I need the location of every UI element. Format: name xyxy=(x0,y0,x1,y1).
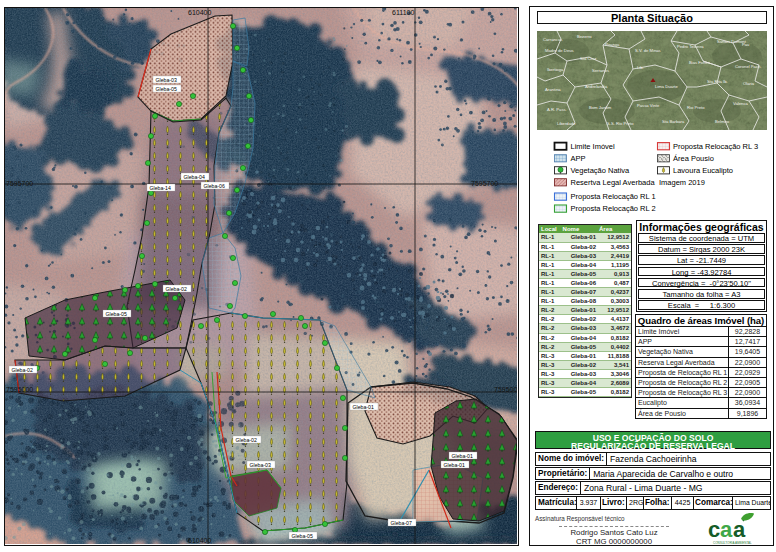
svg-text:Gleba-06: Gleba-06 xyxy=(204,183,225,189)
svg-text:CONSULTORIA AMBIENTAL: CONSULTORIA AMBIENTAL xyxy=(713,541,752,545)
svg-text:Gleba-01: Gleba-01 xyxy=(353,404,374,410)
svg-text:Sta Cruz: Sta Cruz xyxy=(580,56,596,61)
svg-text:Gleba-01: Gleba-01 xyxy=(444,462,465,468)
svg-text:Pau: Pau xyxy=(742,42,750,47)
svg-text:Pedro Teixeira: Pedro Teixeira xyxy=(677,44,704,49)
svg-text:S.S. Rio Preto: S.S. Rio Preto xyxy=(607,121,634,126)
svg-text:Sta Rita Ib.: Sta Rita Ib. xyxy=(707,79,728,84)
svg-text:Gleba-03: Gleba-03 xyxy=(156,77,177,83)
svg-text:Gleba-05: Gleba-05 xyxy=(292,533,313,539)
svg-text:Gleba-05: Gleba-05 xyxy=(106,311,127,317)
svg-text:7595000: 7595000 xyxy=(494,386,517,393)
svg-text:Lib.: Lib. xyxy=(637,65,644,70)
svg-text:Gleba-02: Gleba-02 xyxy=(12,367,33,373)
svg-text:Gleba-01: Gleba-01 xyxy=(452,453,473,459)
svg-text:610400: 610400 xyxy=(188,537,211,544)
svg-text:Andrelandia: Andrelandia xyxy=(585,84,608,89)
svg-text:Passa Vinte: Passa Vinte xyxy=(637,103,660,108)
svg-text:Gleba-02: Gleba-02 xyxy=(166,286,187,292)
svg-text:c: c xyxy=(708,517,720,542)
svg-text:Bezerro: Bezerro xyxy=(577,34,592,39)
svg-text:Arantina: Arantina xyxy=(545,87,561,92)
svg-text:Coronel Pach.: Coronel Pach. xyxy=(735,64,762,69)
svg-text:7595700: 7595700 xyxy=(471,180,498,187)
svg-text:Belmiro: Belmiro xyxy=(715,119,730,124)
svg-text:A.R. Pass.: A.R. Pass. xyxy=(547,107,567,112)
svg-text:Bias Fortes: Bias Fortes xyxy=(689,60,710,65)
svg-text:Gleba-03: Gleba-03 xyxy=(250,462,271,468)
svg-text:610400: 610400 xyxy=(188,9,211,16)
svg-text:Gleba-05: Gleba-05 xyxy=(156,86,177,92)
svg-text:7595700: 7595700 xyxy=(6,180,33,187)
svg-text:Serranos: Serranos xyxy=(592,68,609,73)
svg-text:Ibertioga: Ibertioga xyxy=(547,67,564,72)
svg-text:Sta Barbara: Sta Barbara xyxy=(662,119,685,124)
svg-text:Carrancas: Carrancas xyxy=(543,37,562,42)
svg-text:Gleba-14: Gleba-14 xyxy=(150,185,171,191)
svg-text:7595000: 7595000 xyxy=(6,386,33,393)
svg-text:Liberdade: Liberdade xyxy=(557,121,576,126)
svg-text:a: a xyxy=(720,517,733,542)
svg-text:a: a xyxy=(733,517,746,542)
svg-text:Gleba-02: Gleba-02 xyxy=(236,437,257,443)
svg-text:S.V. de Minas: S.V. de Minas xyxy=(635,48,661,53)
svg-text:Lima Duarte: Lima Duarte xyxy=(655,84,678,89)
svg-text:Bom Jardim: Bom Jardim xyxy=(589,105,612,110)
svg-text:Valenca: Valenca xyxy=(733,101,748,106)
svg-text:Madre de Deus: Madre de Deus xyxy=(545,48,574,53)
svg-text:Piranga: Piranga xyxy=(605,42,620,47)
svg-text:611100: 611100 xyxy=(392,9,414,16)
svg-text:Gleba-04: Gleba-04 xyxy=(184,174,205,180)
svg-text:Gleba-07: Gleba-07 xyxy=(391,520,412,526)
svg-text:Rio Preto: Rio Preto xyxy=(687,105,705,110)
svg-text:Olaria: Olaria xyxy=(743,81,755,86)
